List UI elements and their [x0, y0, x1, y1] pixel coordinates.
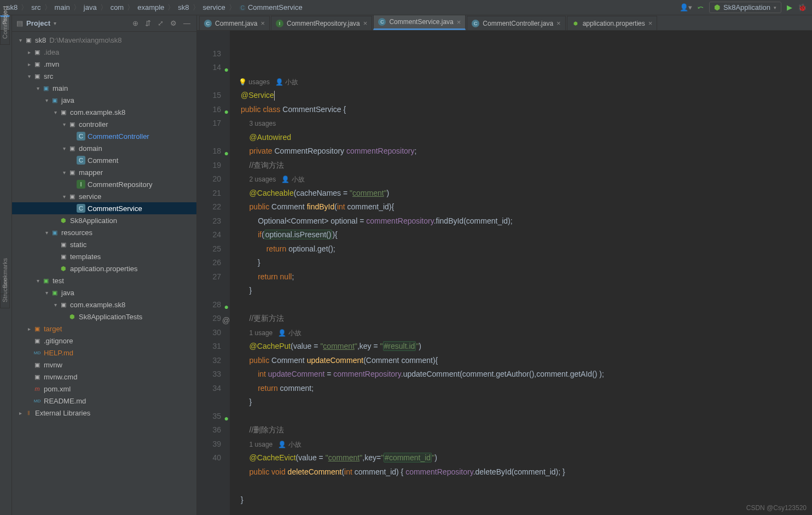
tree-item-com-example-sk8[interactable]: ▣com.example.sk8 — [12, 299, 196, 311]
code-area[interactable]: 1314●1516●1718●19202122232425262728●29@3… — [197, 31, 812, 515]
breadcrumb-bar: sk8〉src〉main〉java〉com〉example〉sk8〉servic… — [0, 0, 812, 15]
tree-item-controller[interactable]: ▣controller — [12, 118, 196, 130]
crumb-sk8[interactable]: sk8 — [177, 3, 190, 11]
gutter: 1314●1516●1718●19202122232425262728●29@3… — [197, 31, 230, 515]
editor-tabs: CComment.java×ICommentRepository.java×CC… — [197, 15, 812, 31]
tree-item-com-example-sk8[interactable]: ▣com.example.sk8 — [12, 106, 196, 118]
editor-tab-CommentRepository.java[interactable]: ICommentRepository.java× — [271, 16, 372, 30]
settings-icon[interactable]: ⚙ — [169, 19, 178, 27]
watermark: CSDN @Csy123520 — [746, 504, 807, 512]
tree-item-domain[interactable]: ▣domain — [12, 142, 196, 154]
tree-item-mvnw-cmd[interactable]: ▣mvnw.cmd — [12, 371, 196, 383]
close-tab-icon[interactable]: × — [457, 18, 461, 26]
hide-icon[interactable]: — — [182, 19, 192, 27]
spring-icon: ⬢ — [714, 3, 720, 11]
close-tab-icon[interactable]: × — [648, 19, 653, 27]
tree-item-application-properties[interactable]: ⬢application.properties — [12, 262, 196, 274]
crumb-com[interactable]: com — [109, 3, 125, 11]
tree-item-Sk8Application[interactable]: ⬢Sk8Application — [12, 214, 196, 226]
crumb-main[interactable]: main — [54, 3, 71, 11]
tree-item-mapper[interactable]: ▣mapper — [12, 166, 196, 178]
locate-icon[interactable]: ⊕ — [131, 19, 140, 27]
crumb-service[interactable]: service — [202, 3, 227, 11]
tree-item--idea[interactable]: ▣.idea — [12, 46, 196, 58]
editor-area: CComment.java×ICommentRepository.java×CC… — [197, 15, 812, 515]
close-tab-icon[interactable]: × — [556, 19, 561, 27]
tree-item-Sk8ApplicationTests[interactable]: ⬢Sk8ApplicationTests — [12, 311, 196, 323]
tree-item-CommentRepository[interactable]: ICommentRepository — [12, 178, 196, 190]
run-config-selector[interactable]: ⬢ Sk8Application ▾ — [709, 2, 781, 13]
editor-tab-CommentController.java[interactable]: CCommentController.java× — [467, 16, 565, 30]
crumb-example[interactable]: example — [136, 3, 165, 11]
panel-title: Project — [26, 19, 50, 27]
close-tab-icon[interactable]: × — [363, 19, 368, 27]
tree-item-java[interactable]: ▣java — [12, 286, 196, 299]
dropdown-icon: ▾ — [774, 5, 776, 10]
tree-item-templates[interactable]: ▣templates — [12, 250, 196, 262]
tree-item-main[interactable]: ▣main — [12, 82, 196, 94]
project-panel: ▤ Project ▾ ⊕ ⇵ ⤢ ⚙ — ▣sk8D:\Maven\xiang… — [12, 15, 197, 515]
code-text[interactable]: 💡 usages 👤 小故@Servicepublic class Commen… — [230, 31, 812, 515]
tree-item-java[interactable]: ▣java — [12, 94, 196, 106]
tree-item-src[interactable]: ▣src — [12, 70, 196, 82]
tree-item-Comment[interactable]: CComment — [12, 154, 196, 166]
rail-commit[interactable]: Commit — [0, 31, 10, 45]
tree-item-sk8[interactable]: ▣sk8D:\Maven\xiangmo\sk8 — [12, 34, 196, 46]
tree-item-test[interactable]: ▣test — [12, 274, 196, 286]
editor-tab-CommentService.java[interactable]: CCommentService.java× — [373, 15, 466, 30]
editor-tab-Comment.java[interactable]: CComment.java× — [199, 16, 270, 30]
user-icon[interactable]: 👤▾ — [680, 3, 692, 11]
crumb-CommentService[interactable]: CCommentService — [238, 3, 304, 11]
crumb-java[interactable]: java — [83, 3, 98, 11]
run-icon[interactable]: ▶ — [787, 3, 792, 11]
tree-item--gitignore[interactable]: ▣.gitignore — [12, 335, 196, 347]
tree-item-CommentService[interactable]: CCommentService — [12, 202, 196, 214]
rail-structure[interactable]: Structure — [0, 294, 10, 308]
tree-item-README-md[interactable]: MDREADME.md — [12, 395, 196, 407]
collapse-icon[interactable]: ⤢ — [156, 19, 165, 27]
expand-icon[interactable]: ⇵ — [143, 19, 153, 27]
tree-item-pom-xml[interactable]: mpom.xml — [12, 383, 196, 395]
crumb-src[interactable]: src — [30, 3, 42, 11]
tree-item-target[interactable]: ▣target — [12, 323, 196, 335]
run-config-label: Sk8Application — [723, 3, 770, 11]
tree-item-HELP-md[interactable]: MDHELP.md — [12, 347, 196, 359]
tree-item-resources[interactable]: ▣resources — [12, 226, 196, 238]
tool-window-rail: Project Commit Bookmarks Structure — [0, 15, 12, 515]
tree-item-service[interactable]: ▣service — [12, 190, 196, 202]
panel-dropdown-icon[interactable]: ▾ — [54, 20, 56, 26]
project-panel-header: ▤ Project ▾ ⊕ ⇵ ⤢ ⚙ — — [12, 15, 196, 32]
project-tree[interactable]: ▣sk8D:\Maven\xiangmo\sk8▣.idea▣.mvn▣src▣… — [12, 32, 196, 515]
close-tab-icon[interactable]: × — [260, 19, 265, 27]
tree-item-External Libraries[interactable]: ⫴External Libraries — [12, 407, 196, 419]
tree-item--mvn[interactable]: ▣.mvn — [12, 58, 196, 70]
tree-item-static[interactable]: ▣static — [12, 238, 196, 250]
tree-item-CommentController[interactable]: CCommentController — [12, 130, 196, 142]
project-view-icon: ▤ — [16, 19, 23, 27]
editor-tab-application.properties[interactable]: ⬢application.properties× — [567, 16, 658, 30]
tree-item-mvnw[interactable]: ▣mvnw — [12, 359, 196, 371]
debug-icon[interactable]: 🐞 — [798, 3, 807, 11]
build-icon[interactable]: ⤺ — [698, 3, 704, 11]
